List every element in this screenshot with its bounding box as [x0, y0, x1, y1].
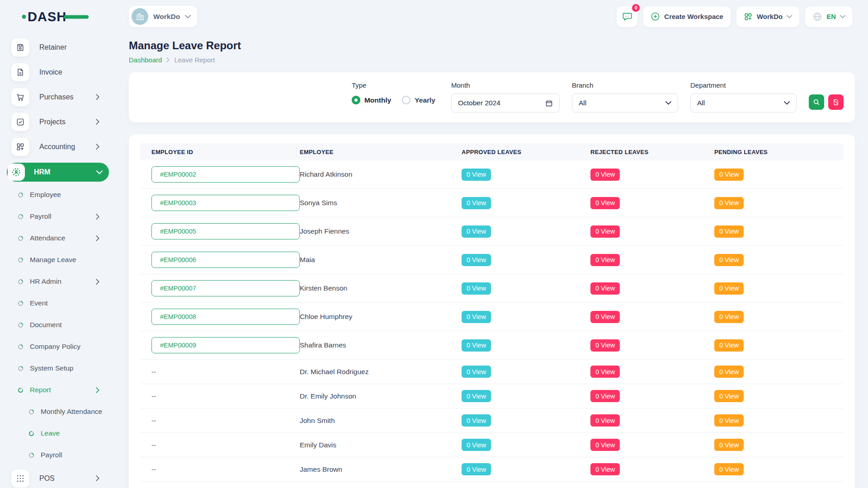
pending-leaves-view-badge[interactable]: 0 View: [714, 169, 744, 181]
workdo-menu-button[interactable]: WorkDo: [736, 6, 799, 27]
sidebar-item-company-policy[interactable]: Company Policy: [0, 336, 111, 357]
sidebar-module-invoice[interactable]: Invoice: [0, 60, 111, 84]
approved-leaves-view-badge[interactable]: 0 View: [462, 390, 491, 402]
language-code: EN: [826, 13, 836, 20]
sidebar-item-employee[interactable]: Employee: [0, 184, 111, 206]
bullet-icon: [28, 430, 35, 437]
pending-leaves-view-badge[interactable]: 0 View: [714, 282, 744, 295]
pending-leaves-view-badge[interactable]: 0 View: [714, 197, 744, 209]
pending-leaves-view-badge[interactable]: 0 View: [714, 311, 744, 323]
radio-yearly[interactable]: Yearly: [402, 96, 435, 104]
department-select[interactable]: All: [690, 94, 797, 113]
radio-unselected-icon: [402, 96, 410, 104]
sidebar-module-accounting[interactable]: Accounting: [0, 134, 111, 159]
sidebar-item-event[interactable]: Event: [0, 292, 111, 314]
employee-id-button[interactable]: #EMP00005: [151, 223, 300, 239]
sidebar-item-manage-leave[interactable]: Manage Leave: [0, 249, 111, 271]
floppy-icon: [11, 38, 29, 56]
approved-leaves-view-badge[interactable]: 0 View: [462, 254, 491, 266]
approved-leaves-view-badge[interactable]: 0 View: [462, 225, 491, 238]
sidebar-item-hr-admin[interactable]: HR Admin: [0, 271, 111, 292]
rejected-leaves-view-badge[interactable]: 0 View: [590, 439, 620, 451]
rejected-leaves-view-badge[interactable]: 0 View: [590, 339, 620, 352]
employee-id-button[interactable]: #EMP00008: [151, 309, 300, 325]
table-row: #EMP00002 Richard Atkinson 0 View 0 View…: [140, 160, 844, 189]
workspace-switcher[interactable]: WorkDo: [129, 6, 197, 27]
brand-logo[interactable]: DASH: [0, 8, 111, 26]
rejected-leaves-view-badge[interactable]: 0 View: [590, 390, 620, 402]
approved-leaves-view-badge[interactable]: 0 View: [462, 463, 491, 475]
sidebar-item-system-setup[interactable]: System Setup: [0, 357, 111, 379]
employee-id-button[interactable]: #EMP00002: [151, 166, 300, 183]
sidebar-module-purchases[interactable]: Purchases: [0, 84, 111, 109]
radio-monthly[interactable]: Monthly: [352, 96, 391, 104]
reset-filter-button[interactable]: [828, 94, 844, 110]
sidebar-item-document[interactable]: Document: [0, 314, 111, 336]
sidebar-item-leave[interactable]: Leave: [0, 422, 111, 444]
calendar-icon: [545, 99, 553, 107]
col-employee: EMPLOYEE: [300, 149, 462, 155]
grid-plus-icon: [744, 12, 753, 21]
rejected-leaves-view-badge[interactable]: 0 View: [590, 366, 620, 378]
search-button[interactable]: [809, 94, 824, 110]
sidebar-item-payroll[interactable]: Payroll: [0, 206, 111, 227]
invoice-icon: [11, 63, 29, 81]
chevron-down-icon: [185, 15, 191, 19]
pending-leaves-view-badge[interactable]: 0 View: [714, 254, 744, 266]
employee-id-button[interactable]: #EMP00009: [151, 337, 300, 353]
employee-name: Richard Atkinson: [300, 170, 462, 178]
pending-leaves-view-badge[interactable]: 0 View: [714, 339, 744, 352]
rejected-leaves-view-badge[interactable]: 0 View: [590, 463, 620, 475]
sidebar-module-retainer[interactable]: Retainer: [0, 35, 111, 60]
sidebar-item-payroll[interactable]: Payroll: [0, 444, 111, 466]
branch-select[interactable]: All: [572, 94, 678, 113]
employee-id-button[interactable]: #EMP00007: [151, 280, 300, 296]
rejected-leaves-view-badge[interactable]: 0 View: [590, 225, 620, 238]
employee-id-empty: --: [151, 441, 300, 449]
chevron-right-icon: [96, 94, 99, 100]
rejected-leaves-view-badge[interactable]: 0 View: [590, 197, 620, 209]
approved-leaves-view-badge[interactable]: 0 View: [462, 339, 491, 352]
rejected-leaves-view-badge[interactable]: 0 View: [590, 414, 620, 427]
breadcrumb-dashboard-link[interactable]: Dashboard: [129, 56, 162, 64]
sidebar-module-hrm-active[interactable]: HRM: [7, 163, 109, 182]
topbar-actions: 0 Create Workspace WorkDo EN: [617, 6, 853, 27]
pending-leaves-view-badge[interactable]: 0 View: [714, 414, 744, 427]
approved-leaves-view-badge[interactable]: 0 View: [462, 197, 491, 209]
table-row: -- John Smith 0 View 0 View 0 View: [140, 408, 844, 433]
rejected-leaves-view-badge[interactable]: 0 View: [590, 169, 620, 181]
employee-id-button[interactable]: #EMP00006: [151, 252, 300, 268]
sidebar-item-monthly-attendance[interactable]: Monthly Attendance: [0, 401, 111, 422]
rejected-leaves-view-badge[interactable]: 0 View: [590, 311, 620, 323]
rejected-leaves-view-badge[interactable]: 0 View: [590, 282, 620, 295]
page-title: Manage Leave Report: [129, 39, 855, 52]
messages-button[interactable]: 0: [617, 6, 637, 27]
sidebar-module-pos[interactable]: POS: [0, 466, 111, 488]
approved-leaves-view-badge[interactable]: 0 View: [462, 169, 491, 181]
messages-count-badge: 0: [631, 3, 641, 13]
sidebar-item-report[interactable]: Report: [0, 379, 111, 401]
table-row: -- Emily Davis 0 View 0 View 0 View: [140, 433, 844, 457]
sidebar-item-attendance[interactable]: Attendance: [0, 227, 111, 249]
sidebar-sub-item-label: Employee: [30, 191, 61, 199]
sidebar-sub-item-label: Report: [30, 386, 51, 394]
employee-id-button[interactable]: #EMP00003: [151, 195, 300, 211]
sidebar-module-projects[interactable]: Projects: [0, 109, 111, 134]
pending-leaves-view-badge[interactable]: 0 View: [714, 366, 744, 378]
create-workspace-button[interactable]: Create Workspace: [643, 6, 731, 27]
breadcrumb: Dashboard Leave Report: [129, 56, 855, 64]
rejected-leaves-view-badge[interactable]: 0 View: [590, 254, 620, 266]
approved-leaves-view-badge[interactable]: 0 View: [462, 311, 491, 323]
pending-leaves-view-badge[interactable]: 0 View: [714, 225, 744, 238]
approved-leaves-view-badge[interactable]: 0 View: [462, 414, 491, 427]
month-input[interactable]: October 2024: [451, 94, 560, 113]
language-selector[interactable]: EN: [805, 6, 853, 27]
approved-leaves-view-badge[interactable]: 0 View: [462, 366, 491, 378]
pending-leaves-view-badge[interactable]: 0 View: [714, 439, 744, 451]
month-filter: Month October 2024: [451, 81, 560, 113]
pending-leaves-view-badge[interactable]: 0 View: [714, 463, 744, 475]
pending-leaves-view-badge[interactable]: 0 View: [714, 390, 744, 402]
approved-leaves-view-badge[interactable]: 0 View: [462, 282, 491, 295]
chevron-right-icon: [96, 475, 99, 481]
approved-leaves-view-badge[interactable]: 0 View: [462, 439, 491, 451]
